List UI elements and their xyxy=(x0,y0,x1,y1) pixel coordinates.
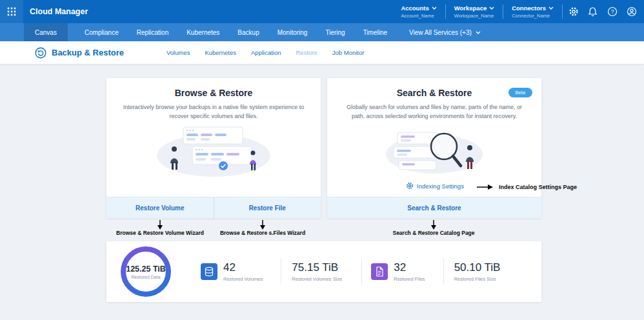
top-header: Cloud Manager Accounts Account_Name Work… xyxy=(0,0,644,23)
restored-files-size-stat: 50.10 TiB Restored Files Size xyxy=(454,261,501,282)
nav-item-compliance[interactable]: Compliance xyxy=(75,23,128,41)
nav-item-monitoring[interactable]: Monitoring xyxy=(268,23,317,41)
app-grid-button[interactable] xyxy=(0,0,23,23)
restored-files-stat: 32 Restored Files xyxy=(371,261,425,282)
service-tabs: Volumes Kubernetes Application Restore J… xyxy=(166,49,364,56)
chevron-down-icon xyxy=(489,6,494,10)
app-title: Cloud Manager xyxy=(30,7,88,16)
nav-item-kubernetes[interactable]: Kubernetes xyxy=(177,23,228,41)
restored-files-size-value: 50.10 TiB xyxy=(454,261,501,274)
chevron-down-icon xyxy=(432,6,437,10)
tab-kubernetes[interactable]: Kubernetes xyxy=(205,49,236,56)
user-icon xyxy=(627,6,637,17)
workspace-menu-value: Workspace_Name xyxy=(454,13,495,19)
indexing-settings-link[interactable]: Indexing Settings xyxy=(406,182,464,190)
restored-volumes-label: Restored Volumes xyxy=(223,276,263,282)
connectors-menu[interactable]: Connectors Connector_Name xyxy=(503,5,562,19)
chevron-down-icon xyxy=(476,31,481,34)
restore-stats-card: 125.25 TiB Restored Data 42 Restored Vol… xyxy=(106,241,541,302)
restore-file-button[interactable]: Restore File xyxy=(214,197,321,218)
view-all-services-label: View All Services (+3) xyxy=(409,29,472,36)
help-button[interactable]: ? xyxy=(603,3,621,21)
connectors-menu-value: Connector_Name xyxy=(512,13,554,19)
gear-icon xyxy=(406,182,414,190)
down-arrow-icon xyxy=(430,220,437,230)
restored-data-value: 125.25 TiB xyxy=(126,265,166,274)
tab-volumes[interactable]: Volumes xyxy=(166,49,190,56)
indexing-annotation: Index Catalog Settings Page xyxy=(477,184,577,190)
file-wizard-annotation: Browse & Restore s.Files Wizard xyxy=(220,230,305,236)
restored-data-donut: 125.25 TiB Restored Data xyxy=(118,244,174,299)
chevron-down-icon xyxy=(548,6,554,10)
restored-volumes-value: 42 xyxy=(223,261,263,274)
stats-divider xyxy=(361,259,362,285)
search-illustration xyxy=(379,125,489,176)
search-and-restore-button[interactable]: Search & Restore xyxy=(327,197,541,218)
connectors-menu-label: Connectors xyxy=(512,5,546,12)
search-restore-card: Beta Search & Restore Globally search fo… xyxy=(327,78,541,218)
nav-item-backup[interactable]: Backup xyxy=(228,23,268,41)
search-card-description: Globally search for volumes and files by… xyxy=(340,103,528,121)
indexing-settings-label: Indexing Settings xyxy=(417,183,464,190)
beta-badge: Beta xyxy=(508,88,532,97)
down-arrow-icon xyxy=(157,220,163,230)
workspace-menu[interactable]: Workspace Workspace_Name xyxy=(446,5,503,19)
service-bar: Backup & Restore Volumes Kubernetes Appl… xyxy=(0,41,644,65)
page-title: Backup & Restore xyxy=(52,48,124,57)
restored-files-size-label: Restored Files Size xyxy=(454,276,501,282)
volume-wizard-annotation: Browse & Restore Volume Wizard xyxy=(116,230,204,236)
down-arrow-icon xyxy=(259,220,266,230)
backup-restore-icon xyxy=(35,47,46,59)
restored-files-label: Restored Files xyxy=(394,276,425,282)
apps-grid-icon xyxy=(7,7,16,16)
indexing-annotation-label: Index Catalog Settings Page xyxy=(499,184,577,190)
nav-item-replication[interactable]: Replication xyxy=(128,23,177,41)
workspace-menu-label: Workspace xyxy=(454,5,487,12)
stats-divider xyxy=(281,259,281,285)
settings-button[interactable] xyxy=(565,3,582,21)
main-nav: Canvas Compliance Replication Kubernetes… xyxy=(0,23,644,41)
restored-files-value: 32 xyxy=(394,261,425,274)
nav-item-timeline[interactable]: Timeline xyxy=(354,23,396,41)
view-all-services[interactable]: View All Services (+3) xyxy=(400,23,490,41)
browse-card-title: Browse & Restore xyxy=(106,88,321,98)
restored-data-label: Restored Data xyxy=(131,275,160,279)
right-arrow-icon xyxy=(477,184,494,190)
notifications-button[interactable] xyxy=(584,3,601,21)
restore-volume-button[interactable]: Restore Volume xyxy=(106,197,214,218)
tab-application[interactable]: Application xyxy=(251,49,281,56)
restored-volumes-stat: 42 Restored Volumes xyxy=(201,261,263,282)
tab-job-monitor[interactable]: Job Monitor xyxy=(332,49,365,56)
help-icon: ? xyxy=(607,6,618,17)
restored-volumes-size-value: 75.15 TiB xyxy=(292,261,342,274)
gear-icon xyxy=(569,6,579,17)
header-divider xyxy=(562,5,563,19)
stats-divider xyxy=(443,259,444,285)
restored-volumes-size-label: Restored Volumes Size xyxy=(292,276,342,282)
browse-illustration xyxy=(146,125,281,179)
search-catalog-annotation: Search & Restore Catalog Page xyxy=(392,230,474,236)
accounts-menu[interactable]: Accounts Account_Name xyxy=(392,5,445,19)
browse-restore-card: Browse & Restore Interactively browse yo… xyxy=(106,78,321,218)
accounts-menu-value: Account_Name xyxy=(401,13,436,19)
restored-volumes-size-stat: 75.15 TiB Restored Volumes Size xyxy=(292,261,342,282)
nav-item-tiering[interactable]: Tiering xyxy=(316,23,354,41)
page: Cloud Manager Accounts Account_Name Work… xyxy=(0,0,644,320)
browse-card-description: Interactively browse your backups in a n… xyxy=(119,103,308,121)
svg-text:?: ? xyxy=(610,8,614,15)
accounts-menu-label: Accounts xyxy=(401,5,428,12)
user-button[interactable] xyxy=(623,3,640,21)
nav-item-canvas[interactable]: Canvas xyxy=(24,23,68,41)
file-icon xyxy=(371,263,388,280)
volume-icon xyxy=(201,263,217,280)
bell-icon xyxy=(588,6,598,17)
tab-restore[interactable]: Restore xyxy=(296,49,317,56)
